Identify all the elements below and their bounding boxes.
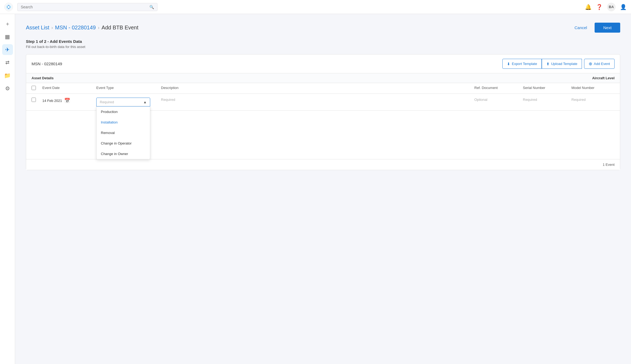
- col-model-number: Model Number: [571, 86, 615, 91]
- sidebar-item-plane[interactable]: ✈: [2, 44, 13, 55]
- search-icon: 🔍: [149, 5, 154, 9]
- select-all-checkbox[interactable]: [32, 86, 36, 90]
- breadcrumb-asset-list[interactable]: Asset List: [26, 25, 49, 31]
- chevron-up-icon: ▲: [143, 100, 147, 104]
- event-count: 1 Event: [603, 163, 615, 167]
- breadcrumb-msn[interactable]: MSN - 02280149: [55, 25, 96, 31]
- sidebar-item-folder[interactable]: 📁: [2, 70, 13, 81]
- breadcrumb-sep-2: ›: [98, 25, 99, 30]
- upload-icon: ⬆: [546, 62, 550, 66]
- dashboard-icon: ▦: [5, 33, 10, 40]
- breadcrumb-sep-1: ›: [52, 25, 53, 30]
- col-description: Description: [161, 86, 474, 91]
- upload-template-button[interactable]: ⬆ Upload Template: [542, 59, 582, 69]
- select-display[interactable]: Required ▲: [96, 98, 150, 107]
- header-actions: Cancel Next: [570, 23, 620, 33]
- breadcrumb: Asset List › MSN - 02280149 › Add BTB Ev…: [26, 25, 138, 31]
- dropdown-option-change-operator[interactable]: Change in Operator: [97, 138, 150, 149]
- app-logo: [4, 3, 13, 11]
- col-event-type: Event Type: [96, 86, 161, 91]
- col-serial-number: Serial Number: [523, 86, 571, 91]
- download-icon: ⬇: [507, 62, 510, 66]
- next-button[interactable]: Next: [595, 23, 620, 33]
- table-header: Event Date Event Type Description Ref. D…: [26, 83, 620, 94]
- dropdown-option-removal[interactable]: Removal: [97, 128, 150, 138]
- cancel-button[interactable]: Cancel: [570, 23, 591, 32]
- asset-details-label: Asset Details: [32, 76, 592, 80]
- search-input[interactable]: [21, 5, 147, 9]
- breadcrumb-current: Add BTB Event: [102, 25, 139, 31]
- sidebar: ＋ ▦ ✈ ⇄ 📁 ⚙: [0, 14, 15, 364]
- col-checkbox: [32, 86, 42, 91]
- sidebar-item-add[interactable]: ＋: [2, 18, 13, 29]
- row-checkbox[interactable]: [32, 98, 36, 102]
- tools-icon: ⇄: [5, 60, 9, 66]
- sidebar-item-tools[interactable]: ⇄: [2, 57, 13, 68]
- add-event-label: Add Event: [594, 62, 610, 66]
- events-card: MSN - 02280149 ⬇ Export Template ⬆ Uploa…: [26, 54, 620, 170]
- col-event-date: Event Date: [42, 86, 96, 91]
- topbar: 🔍 🔔 ❓ BA 👤: [0, 0, 631, 14]
- gear-icon: ⚙: [5, 85, 10, 92]
- topbar-actions: 🔔 ❓ BA 👤: [585, 3, 627, 11]
- calendar-icon[interactable]: 📅: [64, 98, 70, 104]
- add-icon: ＋: [5, 20, 10, 28]
- search-bar[interactable]: 🔍: [17, 3, 157, 11]
- dropdown-option-production[interactable]: Production: [97, 107, 150, 117]
- table-row: 14 Feb 2021 📅 Required ▲ Production Inst…: [26, 94, 620, 111]
- card-msn-label: MSN - 02280149: [32, 61, 62, 66]
- upload-template-label: Upload Template: [551, 62, 577, 66]
- page-header: Asset List › MSN - 02280149 › Add BTB Ev…: [26, 23, 620, 33]
- folder-icon: 📁: [4, 72, 11, 79]
- row-serial-number-cell: Required: [523, 96, 571, 103]
- row-date-cell: 14 Feb 2021 📅: [42, 96, 96, 105]
- add-event-button[interactable]: ⊕ Add Event: [584, 59, 615, 69]
- dropdown-option-installation[interactable]: Installation: [97, 117, 150, 128]
- user-initials[interactable]: BA: [607, 3, 616, 11]
- table-section-header: Asset Details Aircraft Level: [26, 73, 620, 83]
- user-account-icon[interactable]: 👤: [620, 4, 627, 10]
- event-type-select[interactable]: Required ▲ Production Installation Remov…: [96, 98, 150, 107]
- export-template-button[interactable]: ⬇ Export Template: [502, 59, 542, 69]
- card-header: MSN - 02280149 ⬇ Export Template ⬆ Uploa…: [26, 54, 620, 73]
- notification-icon[interactable]: 🔔: [585, 4, 592, 10]
- row-description-cell: Required: [161, 96, 474, 103]
- dropdown-option-change-owner[interactable]: Change in Owner: [97, 149, 150, 159]
- col-ref-document: Ref. Document: [474, 86, 523, 91]
- aircraft-level-label: Aircraft Level: [592, 76, 615, 80]
- main-content: Asset List › MSN - 02280149 › Add BTB Ev…: [15, 14, 631, 364]
- export-template-label: Export Template: [512, 62, 537, 66]
- sidebar-item-dashboard[interactable]: ▦: [2, 31, 13, 42]
- plus-icon: ⊕: [589, 61, 592, 66]
- step-title: Step 1 of 2 - Add Events Data: [26, 39, 620, 44]
- row-event-type-cell[interactable]: Required ▲ Production Installation Remov…: [96, 96, 161, 108]
- event-type-dropdown[interactable]: Production Installation Removal Change i…: [96, 107, 150, 159]
- sidebar-item-settings[interactable]: ⚙: [2, 83, 13, 94]
- row-date-value: 14 Feb 2021: [42, 99, 62, 103]
- select-placeholder: Required: [100, 100, 114, 104]
- row-ref-doc-cell: Optional: [474, 96, 523, 103]
- row-checkbox-cell: [32, 96, 42, 104]
- step-info: Step 1 of 2 - Add Events Data Fill out b…: [26, 39, 620, 49]
- help-icon[interactable]: ❓: [596, 4, 603, 10]
- plane-icon: ✈: [5, 46, 10, 53]
- card-action-buttons: ⬇ Export Template ⬆ Upload Template ⊕ Ad…: [502, 59, 615, 69]
- svg-point-2: [8, 6, 10, 8]
- row-model-number-cell: Required: [571, 96, 615, 103]
- card-footer: 1 Event: [26, 159, 620, 170]
- step-subtitle: Fill out back-to-birth data for this ass…: [26, 45, 620, 49]
